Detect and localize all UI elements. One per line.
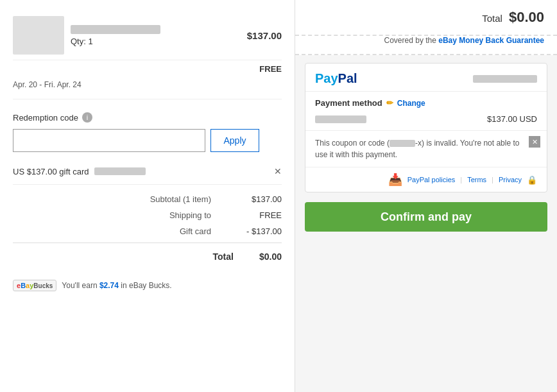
redemption-section: Redemption code i Apply [13, 99, 282, 158]
bucks-amount: $2.74 [99, 281, 119, 290]
coupon-code-blur [390, 140, 415, 147]
covered-prefix: Covered by the [384, 36, 436, 45]
lock-icon: 🔒 [527, 175, 537, 185]
summary-gift-row: Gift card - $137.00 [13, 223, 282, 239]
paypal-policies-link[interactable]: PayPal policies [407, 176, 456, 183]
info-icon[interactable]: i [82, 112, 92, 123]
coupon-error-row: This coupon or code (-x) is invalid. You… [305, 131, 547, 167]
summary-shipping-row: Shipping to FREE [13, 207, 282, 223]
shipping-value: FREE [259, 64, 282, 74]
redemption-input[interactable] [13, 129, 205, 152]
total-label: Total [213, 251, 234, 262]
paypal-section: PayPal Payment method ✏ Change $137.00 U… [305, 63, 547, 192]
summary-divider [13, 243, 282, 243]
gift-card-value: - $137.00 [237, 226, 282, 236]
paypal-header: PayPal [305, 64, 547, 92]
payment-method-label: Payment method ✏ Change [315, 98, 425, 108]
paypal-account-blur [473, 75, 537, 83]
left-panel: Qty: 1 $137.00 FREE Apr. 20 - Fri. Apr. … [0, 0, 295, 392]
gift-card-text: US $137.00 gift card [13, 167, 89, 176]
paypal-logo: PayPal [315, 71, 357, 86]
paypal-footer-icon: 📥 [388, 173, 402, 187]
paypal-footer: 📥 PayPal policies | Terms | Privacy 🔒 [305, 167, 547, 192]
terms-link[interactable]: Terms [467, 176, 486, 183]
item-image [13, 16, 64, 55]
right-panel: Total $0.00 Covered by the eBay Money Ba… [295, 0, 557, 392]
shipping-free-value: FREE [237, 210, 282, 220]
item-row: Qty: 1 $137.00 [13, 6, 282, 60]
redemption-label-text: Redemption code [13, 113, 78, 123]
gift-card-label: Gift card [180, 226, 211, 236]
item-left: Qty: 1 [13, 16, 160, 55]
pencil-icon: ✏ [386, 98, 393, 108]
remove-gift-card-button[interactable]: ✕ [274, 166, 282, 176]
payment-blur [315, 115, 366, 123]
confirm-pay-button[interactable]: Confirm and pay [305, 202, 547, 232]
item-price: $137.00 [247, 30, 282, 41]
total-label-right: Total [482, 13, 502, 24]
ebay-bucks-badge: eBayBucks [13, 280, 56, 291]
total-value: $0.00 [259, 251, 282, 262]
covered-row: Covered by the eBay Money Back Guarantee [295, 36, 557, 55]
apply-button[interactable]: Apply [210, 129, 259, 152]
item-details: Qty: 1 [71, 25, 160, 46]
delivery-row: Apr. 20 - Fri. Apr. 24 [13, 78, 282, 99]
subtotal-label: Subtotal (1 item) [150, 194, 211, 204]
total-amount-right: $0.00 [509, 9, 544, 26]
payment-method-row: Payment method ✏ Change [305, 92, 547, 114]
item-title-blur [71, 25, 160, 34]
gift-card-code-blur [94, 167, 146, 175]
total-banner: Total $0.00 [295, 0, 557, 36]
item-qty: Qty: 1 [71, 37, 160, 46]
close-error-button[interactable]: ✕ [529, 136, 540, 148]
subtotal-value: $137.00 [237, 194, 282, 204]
payment-details-row: $137.00 USD [305, 114, 547, 131]
summary-subtotal-row: Subtotal (1 item) $137.00 [13, 191, 282, 207]
payment-amount: $137.00 USD [487, 114, 537, 124]
gift-card-left: US $137.00 gift card [13, 167, 146, 176]
redemption-label: Redemption code i [13, 112, 282, 123]
gift-card-row: US $137.00 gift card ✕ [13, 158, 282, 185]
coupon-error-text: This coupon or code (-x) is invalid. You… [315, 139, 519, 159]
change-link[interactable]: Change [397, 99, 425, 108]
summary-section: Subtotal (1 item) $137.00 Shipping to FR… [13, 185, 282, 273]
delivery-dates: Apr. 20 - Fri. Apr. 24 [13, 80, 81, 89]
shipping-label: Shipping to [169, 210, 211, 220]
paypal-logo-pal: Pal [338, 71, 357, 85]
redemption-input-row: Apply [13, 129, 282, 152]
shipping-row: FREE [13, 60, 282, 78]
ebay-bucks-text: You'll earn $2.74 in eBay Bucks. [62, 281, 171, 290]
ebay-bucks-row: eBayBucks You'll earn $2.74 in eBay Buck… [13, 273, 282, 298]
summary-total-row: Total $0.00 [13, 246, 282, 267]
privacy-link[interactable]: Privacy [499, 176, 522, 183]
paypal-logo-pay: Pay [315, 71, 338, 85]
ebay-money-back-link[interactable]: eBay Money Back Guarantee [438, 36, 544, 45]
